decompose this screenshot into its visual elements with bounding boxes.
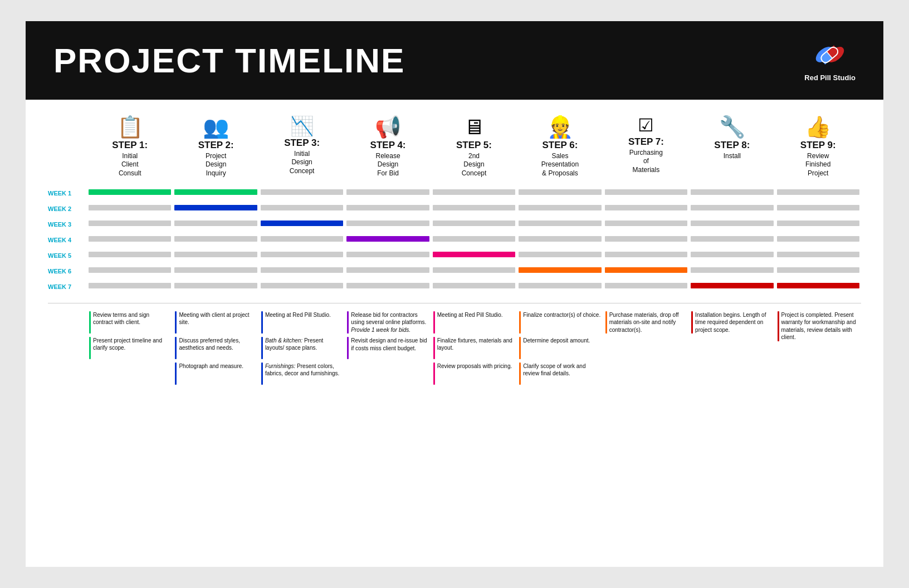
note-bar	[261, 362, 263, 385]
step-8-week-1-bar	[691, 189, 773, 195]
empty-header-cell	[48, 111, 87, 184]
step-6-week-3-bar	[519, 220, 601, 226]
notes-empty-col	[48, 311, 87, 388]
week-5-label-row: WEEK 5	[48, 249, 87, 262]
note-bar	[605, 311, 607, 334]
note-item: Furnishings: Present colors, fabrics, de…	[261, 362, 343, 385]
step-5-week-4-bar	[433, 236, 515, 242]
note-bar	[175, 311, 177, 334]
note-item: Bath & kitchen: Present layouts/ space p…	[261, 337, 343, 359]
step-2-bars	[173, 186, 258, 293]
note-bar	[433, 362, 435, 385]
step-5-notes: Meeting at Red Pill Studio. Finalize fix…	[431, 311, 517, 388]
step-6-week-5-bar	[519, 252, 601, 257]
step-2-week-4-bar	[174, 236, 257, 242]
step-6-notes: Finalize contractor(s) of choice. Determ…	[517, 311, 603, 388]
step-6-title: SalesPresentation& Proposals	[541, 152, 579, 178]
step-7-week-2-bar	[605, 205, 687, 210]
note-bar	[691, 311, 693, 334]
step-9-week-3-bar	[777, 220, 859, 226]
step-7-week-4-bar	[605, 236, 687, 242]
step-1-title: InitialClientConsult	[119, 152, 141, 178]
step-1-week-7-bar	[89, 283, 171, 288]
step-6-bars	[517, 186, 603, 293]
step-5-week-7-bar	[433, 283, 515, 288]
step-5-bars	[431, 186, 517, 293]
step-9-week-2-bar	[777, 205, 859, 210]
step-7-week-3-bar	[605, 220, 687, 226]
step-1-week-4-bar	[89, 236, 171, 242]
note-bar	[175, 337, 177, 359]
note-bar	[175, 362, 177, 385]
step-8-number: STEP 8:	[714, 140, 750, 151]
step-5-week-2-bar	[433, 205, 515, 210]
note-item: Release bid for contractors using severa…	[347, 311, 428, 334]
note-text: Project is completed. Present warranty f…	[781, 311, 859, 341]
note-text: Meeting with client at project site.	[179, 311, 256, 334]
step-8-week-6-bar	[691, 267, 773, 273]
step-8-week-2-bar	[691, 205, 773, 210]
step-5-number: STEP 5:	[456, 140, 492, 151]
note-text: Finalize fixtures, materials and layout.	[437, 337, 515, 359]
note-text: Discuss preferred styles, aesthetics and…	[179, 337, 256, 359]
note-text: Meeting at Red Pill Studio.	[437, 311, 503, 334]
note-text: Release bid for contractors using severa…	[351, 311, 428, 334]
note-bar	[261, 337, 263, 359]
step-1-notes: Review terms and sign contract with clie…	[87, 311, 173, 388]
step-4-header: 📢 STEP 4: ReleaseDesignFor Bid	[345, 111, 431, 184]
step-8-week-5-bar	[691, 252, 773, 257]
week-2-label: WEEK 2	[48, 205, 71, 212]
timeline-bars: WEEK 1 WEEK 2 WEEK 3 WEEK 4 WEEK 5 WEEK …	[48, 186, 861, 293]
step-3-week-2-bar	[261, 205, 343, 210]
step-2-header: 👥 STEP 2: ProjectDesignInquiry	[173, 111, 258, 184]
note-bar	[89, 337, 91, 359]
step-3-week-5-bar	[261, 252, 343, 257]
logo-icon	[813, 38, 847, 71]
note-bar	[778, 311, 779, 341]
note-text: Review proposals with pricing.	[437, 362, 512, 385]
header: PROJECT TIMELINE Red Pill Studio	[26, 21, 883, 100]
step-8-header: 🔧 STEP 8: Install	[689, 111, 775, 184]
week-1-label-row: WEEK 1	[48, 187, 87, 199]
step-2-title: ProjectDesignInquiry	[206, 152, 226, 178]
note-bar	[347, 311, 349, 334]
step-7-number: STEP 7:	[628, 136, 664, 148]
note-text: Purchase materials, drop off materials o…	[609, 311, 687, 334]
step-6-icon: 👷	[547, 116, 573, 138]
week-4-label: WEEK 4	[48, 237, 71, 243]
step-8-title: Install	[724, 152, 741, 161]
step-3-icon: 📉	[290, 116, 314, 135]
step-9-title: ReviewFinishedProject	[805, 152, 830, 178]
step-5-week-6-bar	[433, 267, 515, 273]
step-3-number: STEP 3:	[284, 138, 320, 149]
note-item: Present project timeline and clarify sco…	[89, 337, 170, 359]
step-8-week-4-bar	[691, 236, 773, 242]
step-9-week-4-bar	[777, 236, 859, 242]
note-text: Review terms and sign contract with clie…	[93, 311, 170, 334]
step-9-week-5-bar	[777, 252, 859, 257]
step-1-icon: 📋	[117, 116, 143, 138]
note-item: Purchase materials, drop off materials o…	[605, 311, 687, 334]
week-7-label: WEEK 7	[48, 283, 71, 290]
step-1-week-2-bar	[89, 205, 171, 210]
step-6-number: STEP 6:	[542, 140, 578, 151]
step-4-week-4-bar	[346, 236, 429, 242]
step-4-week-3-bar	[346, 220, 429, 226]
step-3-week-7-bar	[261, 283, 343, 288]
note-item: Photograph and measure.	[175, 362, 256, 385]
step-7-title: PurchasingofMaterials	[629, 149, 663, 175]
step-6-week-7-bar	[519, 283, 601, 288]
step-4-week-7-bar	[346, 283, 429, 288]
step-5-icon: 🖥	[463, 116, 485, 138]
note-bar	[89, 311, 91, 334]
step-4-bars	[345, 186, 431, 293]
step-6-header: 👷 STEP 6: SalesPresentation& Proposals	[517, 111, 603, 184]
step-3-week-1-bar	[261, 189, 343, 195]
note-text: Furnishings: Present colors, fabrics, de…	[265, 362, 343, 385]
logo-text: Red Pill Studio	[804, 74, 856, 83]
note-text: Clarify scope of work and review final d…	[523, 362, 600, 385]
step-9-notes: Project is completed. Present warranty f…	[775, 311, 861, 388]
step-7-header: ☑ STEP 7: PurchasingofMaterials	[603, 111, 689, 184]
step-5-week-1-bar	[433, 189, 515, 195]
note-item: Meeting at Red Pill Studio.	[433, 311, 515, 334]
